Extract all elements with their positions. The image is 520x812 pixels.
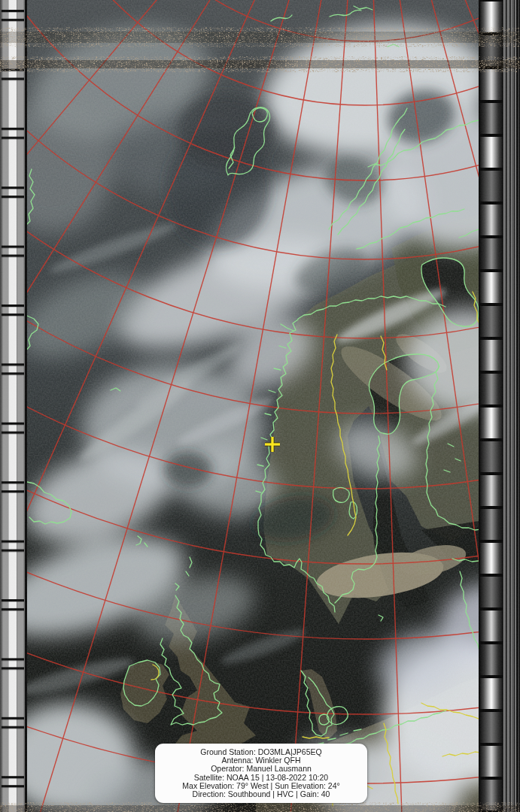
reception-info-box: Ground Station: DO3MLA|JP65EQ Antenna: W… [155, 744, 367, 803]
info-direction: Direction: Southbound | HVC | Gain: 40 [161, 790, 361, 798]
info-operator: Operator: Manuel Lausmann [161, 765, 361, 773]
apt-satellite-image-viewer: Ground Station: DO3MLA|JP65EQ Antenna: W… [0, 0, 520, 812]
satellite-image [0, 0, 520, 812]
global-grain [0, 0, 520, 812]
